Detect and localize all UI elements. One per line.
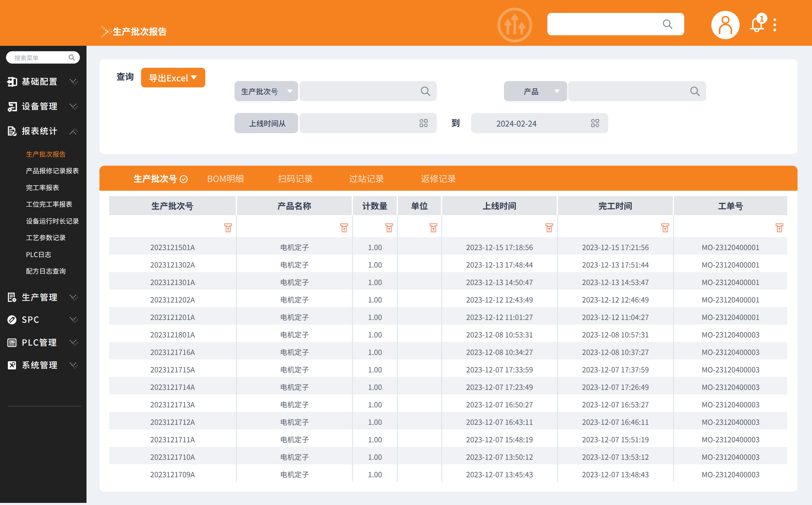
svg-text:PLC: PLC (9, 340, 14, 344)
